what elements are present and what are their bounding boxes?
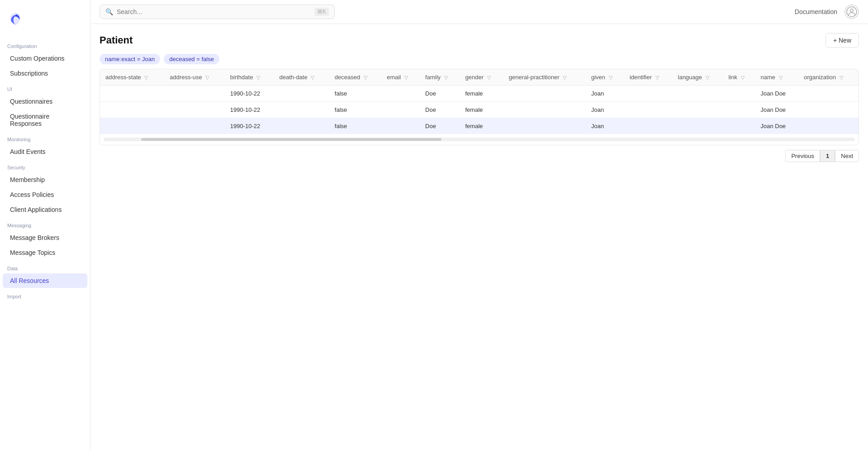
column-header-death-date[interactable]: death-date ▽ bbox=[274, 69, 329, 86]
header: 🔍 ⌘K Documentation bbox=[90, 0, 868, 24]
filter-icon-link[interactable]: ▽ bbox=[741, 75, 745, 81]
sidebar-item-custom-operations[interactable]: Custom Operations bbox=[3, 51, 87, 66]
cell-birthdate: 1990-10-22 bbox=[225, 102, 274, 118]
cell-given: Joan bbox=[586, 86, 624, 102]
column-header-given[interactable]: given ▽ bbox=[586, 69, 624, 86]
cell-address-state bbox=[100, 86, 164, 102]
sidebar-item-message-topics[interactable]: Message Topics bbox=[3, 245, 87, 260]
cell-language bbox=[673, 118, 723, 134]
filter-icon-address-state[interactable]: ▽ bbox=[144, 75, 148, 81]
column-header-language[interactable]: language ▽ bbox=[673, 69, 723, 86]
filter-icon-death-date[interactable]: ▽ bbox=[311, 75, 314, 81]
filter-chips: name:exact = Joandeceased = false bbox=[100, 54, 859, 64]
column-header-deceased[interactable]: deceased ▽ bbox=[329, 69, 381, 86]
cell-language bbox=[673, 102, 723, 118]
filter-icon-name[interactable]: ▽ bbox=[779, 75, 783, 81]
column-header-email[interactable]: email ▽ bbox=[381, 69, 420, 86]
horizontal-scrollbar[interactable] bbox=[104, 138, 855, 141]
filter-icon-address-use[interactable]: ▽ bbox=[205, 75, 209, 81]
cell-identifier bbox=[624, 102, 673, 118]
cell-death-date bbox=[274, 102, 329, 118]
sidebar-item-subscriptions[interactable]: Subscriptions bbox=[3, 66, 87, 81]
column-header-link[interactable]: link ▽ bbox=[723, 69, 755, 86]
column-header-address-state[interactable]: address-state ▽ bbox=[100, 69, 164, 86]
logo[interactable] bbox=[0, 7, 90, 38]
filter-icon-general-practitioner[interactable]: ▽ bbox=[563, 75, 566, 81]
column-header-birthdate[interactable]: birthdate ▽ bbox=[225, 69, 274, 86]
cell-given: Joan bbox=[586, 118, 624, 134]
search-shortcut: ⌘K bbox=[314, 8, 329, 16]
cell-link bbox=[723, 118, 755, 134]
cell-language bbox=[673, 86, 723, 102]
data-table-container: address-state ▽address-use ▽birthdate ▽d… bbox=[100, 69, 859, 145]
column-header-name[interactable]: name ▽ bbox=[755, 69, 798, 86]
sidebar-item-questionnaire-responses[interactable]: Questionnaire Responses bbox=[3, 109, 87, 131]
filter-icon-family[interactable]: ▽ bbox=[444, 75, 448, 81]
column-header-general-practitioner[interactable]: general-practitioner ▽ bbox=[503, 69, 586, 86]
sidebar-item-questionnaires[interactable]: Questionnaires bbox=[3, 94, 87, 109]
cell-deceased: false bbox=[329, 86, 381, 102]
table-header: address-state ▽address-use ▽birthdate ▽d… bbox=[100, 69, 859, 86]
new-button[interactable]: + New bbox=[825, 33, 859, 48]
next-button[interactable]: Next bbox=[835, 150, 859, 162]
filter-chip-1[interactable]: deceased = false bbox=[164, 54, 219, 64]
page-content: Patient + New name:exact = Joandeceased … bbox=[90, 24, 868, 450]
sidebar-section-label-import: Import bbox=[0, 288, 90, 301]
cell-link bbox=[723, 102, 755, 118]
filter-icon-language[interactable]: ▽ bbox=[706, 75, 709, 81]
column-header-identifier[interactable]: identifier ▽ bbox=[624, 69, 673, 86]
sidebar-section-label-messaging: Messaging bbox=[0, 217, 90, 230]
cell-given: Joan bbox=[586, 102, 624, 118]
patient-table: address-state ▽address-use ▽birthdate ▽d… bbox=[100, 69, 859, 134]
user-avatar[interactable] bbox=[844, 5, 859, 19]
cell-family: Doe bbox=[420, 118, 460, 134]
cell-deceased: false bbox=[329, 118, 381, 134]
cell-family: Doe bbox=[420, 102, 460, 118]
cell-email bbox=[381, 102, 420, 118]
page-number-button[interactable]: 1 bbox=[820, 150, 835, 162]
search-input[interactable] bbox=[117, 8, 311, 15]
table-row[interactable]: 1990-10-22falseDoefemaleJoanJoan Doe bbox=[100, 102, 859, 118]
sidebar-item-audit-events[interactable]: Audit Events bbox=[3, 144, 87, 159]
cell-death-date bbox=[274, 118, 329, 134]
search-bar[interactable]: 🔍 ⌘K bbox=[100, 5, 335, 19]
sidebar-item-access-policies[interactable]: Access Policies bbox=[3, 187, 87, 202]
column-header-gender[interactable]: gender ▽ bbox=[460, 69, 503, 86]
column-header-organization[interactable]: organization ▽ bbox=[798, 69, 859, 86]
sidebar-section-label-monitoring: Monitoring bbox=[0, 131, 90, 144]
sidebar-item-all-resources[interactable]: All Resources bbox=[3, 273, 87, 288]
cell-identifier bbox=[624, 86, 673, 102]
filter-icon-gender[interactable]: ▽ bbox=[487, 75, 491, 81]
scrollbar-thumb bbox=[141, 138, 441, 141]
sidebar-section-label-ui: UI bbox=[0, 81, 90, 94]
cell-birthdate: 1990-10-22 bbox=[225, 86, 274, 102]
search-icon: 🔍 bbox=[105, 8, 113, 15]
column-header-family[interactable]: family ▽ bbox=[420, 69, 460, 86]
sidebar: ConfigurationCustom OperationsSubscripti… bbox=[0, 0, 90, 450]
documentation-link[interactable]: Documentation bbox=[795, 8, 837, 15]
filter-chip-0[interactable]: name:exact = Joan bbox=[100, 54, 160, 64]
filter-icon-identifier[interactable]: ▽ bbox=[655, 75, 659, 81]
sidebar-item-membership[interactable]: Membership bbox=[3, 172, 87, 187]
sidebar-item-client-applications[interactable]: Client Applications bbox=[3, 202, 87, 217]
page-title: Patient bbox=[100, 34, 133, 46]
page-header: Patient + New bbox=[100, 33, 859, 48]
sidebar-section-label-configuration: Configuration bbox=[0, 38, 90, 51]
filter-icon-birthdate[interactable]: ▽ bbox=[256, 75, 260, 81]
table-body: 1990-10-22falseDoefemaleJoanJoan Doe1990… bbox=[100, 86, 859, 134]
cell-address-use bbox=[164, 86, 225, 102]
sidebar-item-message-brokers[interactable]: Message Brokers bbox=[3, 230, 87, 245]
table-row[interactable]: 1990-10-22falseDoefemaleJoanJoan Doe bbox=[100, 86, 859, 102]
cell-birthdate: 1990-10-22 bbox=[225, 118, 274, 134]
column-header-address-use[interactable]: address-use ▽ bbox=[164, 69, 225, 86]
header-right: Documentation bbox=[795, 5, 859, 19]
filter-icon-deceased[interactable]: ▽ bbox=[364, 75, 367, 81]
table-row[interactable]: 1990-10-22falseDoefemaleJoanJoan Doe bbox=[100, 118, 859, 134]
cell-address-use bbox=[164, 102, 225, 118]
cell-identifier bbox=[624, 118, 673, 134]
cell-gender: female bbox=[460, 86, 503, 102]
filter-icon-organization[interactable]: ▽ bbox=[840, 75, 843, 81]
previous-button[interactable]: Previous bbox=[785, 150, 820, 162]
filter-icon-email[interactable]: ▽ bbox=[404, 75, 408, 81]
filter-icon-given[interactable]: ▽ bbox=[609, 75, 612, 81]
